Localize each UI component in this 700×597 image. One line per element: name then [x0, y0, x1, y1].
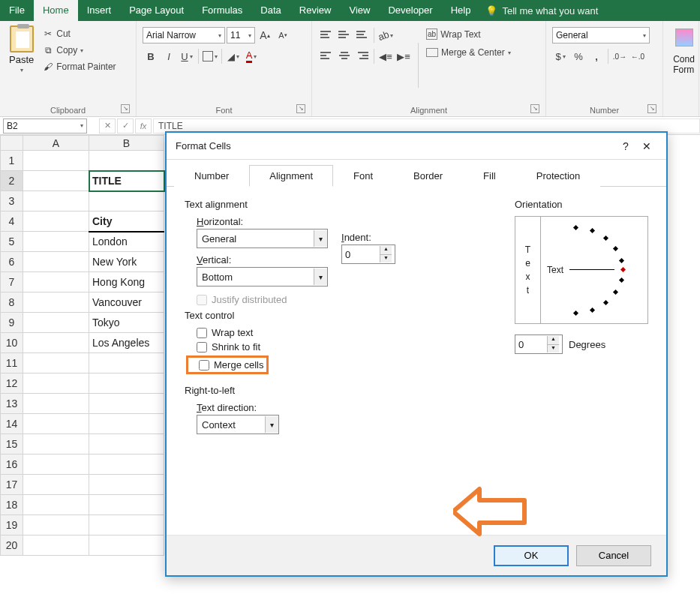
percent-button[interactable]: % — [570, 48, 587, 64]
cell-A17[interactable] — [23, 475, 89, 495]
spin-down-icon[interactable]: ▼ — [380, 255, 392, 263]
cell-A18[interactable] — [23, 495, 89, 515]
orientation-button[interactable]: ab — [377, 27, 394, 44]
merge-center-button[interactable]: Merge & Center ▾ — [425, 46, 512, 59]
decrease-decimal-button[interactable]: ←.0 — [629, 48, 646, 64]
select-all-corner[interactable] — [1, 136, 23, 151]
cell-A11[interactable] — [23, 353, 89, 374]
wrap-text-checkbox[interactable]: Wrap text — [197, 327, 500, 338]
paste-button[interactable]: Paste ▾ — [6, 24, 37, 103]
cell-A14[interactable] — [23, 414, 89, 434]
cell-A20[interactable] — [23, 536, 89, 556]
row-header-10[interactable]: 10 — [1, 333, 23, 353]
comma-button[interactable]: , — [588, 48, 605, 64]
row-header-15[interactable]: 15 — [1, 434, 23, 454]
menu-view[interactable]: View — [340, 0, 379, 21]
fill-color-button[interactable]: ◢ — [225, 48, 242, 64]
cell-B12[interactable] — [89, 374, 164, 394]
tell-me-search[interactable]: 💡 Tell me what you want — [485, 5, 598, 16]
align-right-button[interactable] — [354, 48, 371, 64]
number-format-select[interactable]: General▾ — [552, 27, 650, 44]
shrink-to-fit-checkbox[interactable]: Shrink to fit — [197, 341, 500, 352]
row-header-18[interactable]: 18 — [1, 495, 23, 515]
degrees-spinner[interactable]: 0▲▼ — [515, 334, 563, 354]
cell-B10[interactable]: Los Angeles — [89, 333, 164, 353]
horizontal-select[interactable]: General▾ — [197, 229, 328, 248]
increase-decimal-button[interactable]: .0→ — [611, 48, 628, 64]
cancel-formula-button[interactable]: ✕ — [99, 118, 116, 134]
align-center-button[interactable] — [336, 48, 353, 64]
format-painter-button[interactable]: 🖌Format Painter — [41, 60, 117, 74]
cell-B7[interactable]: Hong Kong — [89, 272, 164, 292]
tab-border[interactable]: Border — [393, 165, 463, 187]
row-header-17[interactable]: 17 — [1, 475, 23, 495]
row-header-9[interactable]: 9 — [1, 313, 23, 333]
merge-cells-checkbox[interactable]: Merge cells — [199, 359, 263, 370]
row-header-16[interactable]: 16 — [1, 454, 23, 475]
enter-formula-button[interactable]: ✓ — [117, 118, 134, 134]
dialog-launcher-icon[interactable]: ↘ — [647, 104, 656, 113]
cell-B17[interactable] — [89, 475, 164, 495]
italic-button[interactable]: I — [161, 48, 177, 64]
menu-page-layout[interactable]: Page Layout — [120, 0, 193, 21]
cell-A6[interactable] — [23, 252, 89, 272]
row-header-4[interactable]: 4 — [1, 212, 23, 232]
cell-B5[interactable]: London — [89, 232, 164, 252]
cell-A2[interactable] — [23, 171, 89, 191]
row-header-12[interactable]: 12 — [1, 374, 23, 394]
row-header-20[interactable]: 20 — [1, 536, 23, 556]
cell-B4[interactable]: City — [89, 212, 164, 232]
row-header-2[interactable]: 2 — [1, 171, 23, 191]
row-header-1[interactable]: 1 — [1, 151, 23, 171]
cell-B16[interactable] — [89, 454, 164, 475]
fx-button[interactable]: fx — [135, 118, 152, 134]
font-name-select[interactable]: Arial Narrow▾ — [143, 27, 225, 44]
cell-A12[interactable] — [23, 374, 89, 394]
cell-A16[interactable] — [23, 454, 89, 475]
increase-font-button[interactable]: A▴ — [257, 27, 273, 44]
border-button[interactable] — [202, 48, 218, 64]
cell-A8[interactable] — [23, 292, 89, 313]
tab-alignment[interactable]: Alignment — [249, 165, 333, 187]
increase-indent-button[interactable]: ▶≡ — [395, 48, 412, 64]
cell-A10[interactable] — [23, 333, 89, 353]
align-bottom-button[interactable] — [354, 27, 371, 44]
cell-B2[interactable]: TITLE — [89, 171, 164, 191]
row-header-3[interactable]: 3 — [1, 191, 23, 212]
menu-review[interactable]: Review — [290, 0, 341, 21]
help-button[interactable]: ? — [615, 136, 636, 157]
menu-file[interactable]: File — [0, 0, 34, 21]
cell-B8[interactable]: Vancouver — [89, 292, 164, 313]
cell-A4[interactable] — [23, 212, 89, 232]
dialog-launcher-icon[interactable]: ↘ — [121, 104, 130, 113]
cell-B15[interactable] — [89, 434, 164, 454]
cell-B19[interactable] — [89, 515, 164, 536]
tab-number[interactable]: Number — [174, 165, 249, 187]
spin-up-icon[interactable]: ▲ — [380, 246, 392, 255]
align-middle-button[interactable] — [336, 27, 353, 44]
cell-B13[interactable] — [89, 394, 164, 414]
cell-A9[interactable] — [23, 313, 89, 333]
indent-spinner[interactable]: 0▲▼ — [341, 244, 395, 264]
cell-A19[interactable] — [23, 515, 89, 536]
align-top-button[interactable] — [318, 27, 335, 44]
dialog-launcher-icon[interactable]: ↘ — [530, 104, 539, 113]
conditional-formatting-icon[interactable] — [675, 28, 693, 46]
row-header-19[interactable]: 19 — [1, 515, 23, 536]
decrease-font-button[interactable]: A▾ — [275, 27, 291, 44]
orientation-vertical-text[interactable]: T e x t — [515, 217, 541, 323]
orientation-panel[interactable]: T e x t Text — [515, 216, 648, 324]
font-size-select[interactable]: 11▾ — [227, 27, 255, 44]
cell-B20[interactable] — [89, 536, 164, 556]
dialog-title-bar[interactable]: Format Cells ? ✕ — [167, 133, 666, 160]
cell-A1[interactable] — [23, 151, 89, 171]
spin-down-icon[interactable]: ▼ — [548, 345, 559, 353]
cell-B18[interactable] — [89, 495, 164, 515]
cell-B6[interactable]: New York — [89, 252, 164, 272]
row-header-6[interactable]: 6 — [1, 252, 23, 272]
cell-B9[interactable]: Tokyo — [89, 313, 164, 333]
decrease-indent-button[interactable]: ◀≡ — [377, 48, 394, 64]
menu-insert[interactable]: Insert — [78, 0, 121, 21]
col-header-A[interactable]: A — [23, 136, 89, 151]
menu-help[interactable]: Help — [442, 0, 480, 21]
